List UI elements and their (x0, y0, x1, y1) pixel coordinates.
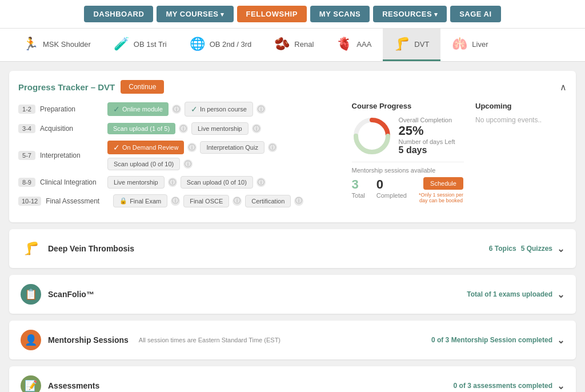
pill-live-mentorship[interactable]: Live mentorship (191, 122, 249, 135)
assessments-info: 0 of 3 assessments completed (454, 382, 552, 390)
check-icon-3: ✓ (113, 143, 120, 152)
pill-scan-upload-3[interactable]: Scan upload (0 of 10) (181, 176, 253, 189)
percentage-value: 25% (399, 123, 424, 138)
mentorship-label: Mentorship sessions available (352, 167, 464, 174)
course-tabs: 🏃 MSK Shoulder 🧪 OB 1st Tri 🌐 OB 2nd / 3… (0, 29, 585, 62)
dvt-topics: 6 Topics (489, 245, 516, 253)
info-icon-7[interactable]: ⓘ (183, 159, 193, 169)
info-icon-6[interactable]: ⓘ (268, 143, 277, 152)
step-row-8-9: 8-9 Clinical Integration Live mentorship… (18, 176, 340, 189)
total-label: Total (352, 192, 365, 199)
nav-dashboard[interactable]: DASHBOARD (84, 6, 153, 22)
upcoming-section: Upcoming No upcoming events.. (475, 102, 567, 213)
step-row-5-7: 5-7 Interpretation ✓On Demand Review ⓘ I… (18, 141, 340, 170)
assessments-chevron[interactable]: ⌄ (557, 381, 564, 391)
dvt-section-card[interactable]: 🦵 Deep Vein Thrombosis 6 Topics 5 Quizze… (9, 229, 576, 268)
assessments-icon: 📝 (21, 375, 41, 392)
lock-icon: 🔒 (119, 197, 127, 205)
tab-liver[interactable]: 🫁 Liver (440, 29, 499, 61)
pill-online-module[interactable]: ✓Online module (107, 102, 169, 116)
step-label: Final Assessment (46, 197, 109, 205)
session-note: *Only 1 session per day can be booked (418, 192, 464, 203)
assessments-section-card[interactable]: 📝 Assessments 0 of 3 assessments complet… (9, 366, 576, 392)
step-num: 3-4 (18, 124, 35, 133)
info-icon-2[interactable]: ⓘ (257, 105, 266, 114)
mentorship-chevron[interactable]: ⌄ (557, 335, 564, 346)
pill-scan-upload-2[interactable]: Scan upload (0 of 10) (107, 158, 180, 170)
days-left-label: Number of days Left (399, 138, 455, 145)
info-icon-10[interactable]: ⓘ (171, 197, 180, 206)
step-row-10-12: 10-12 Final Assessment 🔒 Final Exam ⓘ Fi… (18, 194, 340, 207)
tab-renal[interactable]: 🫘 Renal (263, 29, 325, 61)
info-icon-5[interactable]: ⓘ (187, 143, 197, 152)
dvt-icon: 🦵 (21, 238, 41, 259)
step-num: 5-7 (18, 151, 35, 160)
step-row-3-4: 3-4 Acquisition Scan upload (1 of 5) ⓘ L… (18, 122, 340, 135)
pill-final-exam[interactable]: 🔒 Final Exam (113, 194, 167, 207)
info-icon-4[interactable]: ⓘ (252, 124, 261, 133)
progress-steps: 1-2 Preparation ✓Online module ⓘ ✓In per… (18, 102, 340, 213)
info-icon-9[interactable]: ⓘ (257, 178, 266, 187)
no-events-text: No upcoming events.. (475, 116, 567, 124)
check-icon-2: ✓ (191, 105, 198, 114)
tab-msk-shoulder[interactable]: 🏃 MSK Shoulder (11, 29, 102, 61)
mentorship-icon: 👤 (21, 330, 41, 350)
step-label: Clinical Integration (40, 178, 103, 186)
mentorship-subtitle: All session times are Eastern Standard T… (139, 337, 281, 343)
mentorship-info: 0 of 3 Mentorship Session completed (431, 336, 552, 344)
step-num: 1-2 (18, 105, 35, 114)
step-num: 8-9 (18, 178, 35, 187)
overall-completion-label: Overall Completion (399, 117, 455, 123)
info-icon-1[interactable]: ⓘ (172, 105, 181, 114)
top-nav: DASHBOARD MY COURSES FELLOWSHIP MY SCANS… (0, 0, 585, 29)
step-label: Acquisition (40, 125, 103, 133)
continue-button[interactable]: Continue (121, 80, 164, 94)
step-row-1-2: 1-2 Preparation ✓Online module ⓘ ✓In per… (18, 102, 340, 117)
course-progress-title: Course Progress (352, 102, 464, 110)
pill-scan-upload[interactable]: Scan upload (1 of 5) (107, 123, 175, 134)
pill-certification[interactable]: Certification (245, 195, 291, 207)
pill-interp-quiz[interactable]: Interpretation Quiz (200, 141, 265, 154)
nav-fellowship[interactable]: FELLOWSHIP (237, 6, 307, 22)
scanfolio-title: ScanFolio™ (48, 290, 94, 299)
tab-aaa[interactable]: 🫀 AAA (325, 29, 383, 61)
mentorship-title: Mentorship Sessions (48, 335, 129, 345)
assessments-title: Assessments (48, 381, 99, 390)
scanfolio-chevron[interactable]: ⌄ (557, 289, 564, 300)
pill-in-person[interactable]: ✓In person course (185, 102, 253, 117)
course-progress-section: Course Progress Overall Completion 25% N… (352, 102, 464, 213)
info-icon-8[interactable]: ⓘ (168, 178, 177, 187)
pill-live-mentorship-2[interactable]: Live mentorship (107, 176, 165, 189)
pill-on-demand[interactable]: ✓On Demand Review (107, 141, 184, 154)
days-left-value: 5 days (399, 145, 455, 155)
dvt-chevron[interactable]: ⌄ (557, 243, 564, 254)
step-num: 10-12 (18, 197, 41, 206)
info-icon-3[interactable]: ⓘ (179, 124, 188, 133)
nav-resources[interactable]: RESOURCES (373, 6, 447, 22)
tab-ob-2nd-3rd[interactable]: 🌐 OB 2nd / 3rd (178, 29, 263, 61)
scanfolio-section-card[interactable]: 📋 ScanFolio™ Total of 1 exams uploaded ⌄ (9, 275, 576, 314)
pill-final-osce[interactable]: Final OSCE (183, 195, 229, 207)
scanfolio-info: Total of 1 exams uploaded (467, 290, 552, 298)
collapse-icon[interactable]: ∧ (560, 82, 567, 93)
dvt-title: Deep Vein Thrombosis (48, 244, 134, 253)
nav-my-courses[interactable]: MY COURSES (157, 6, 233, 22)
tab-ob-1st-tri[interactable]: 🧪 OB 1st Tri (102, 29, 178, 61)
upcoming-title: Upcoming (475, 102, 567, 110)
scanfolio-icon: 📋 (21, 284, 41, 305)
check-icon: ✓ (113, 105, 120, 114)
nav-sage-ai[interactable]: SAGE AI (450, 6, 500, 22)
total-value: 3 (352, 177, 365, 192)
info-icon-11[interactable]: ⓘ (233, 197, 242, 206)
dvt-quizzes: 5 Quizzes (521, 245, 552, 253)
progress-tracker-card: Progress Tracker – DVT Continue ∧ 1-2 Pr… (9, 71, 576, 222)
tab-dvt[interactable]: 🦵 DVT (383, 29, 440, 61)
main-content: Progress Tracker – DVT Continue ∧ 1-2 Pr… (0, 62, 585, 392)
step-label: Preparation (40, 105, 103, 113)
completed-value: 0 (376, 177, 407, 192)
progress-ring (352, 116, 392, 156)
info-icon-12[interactable]: ⓘ (294, 197, 303, 206)
mentorship-section-card[interactable]: 👤 Mentorship Sessions All session times … (9, 321, 576, 359)
nav-my-scans[interactable]: MY SCANS (310, 6, 370, 22)
schedule-button[interactable]: Schedule (423, 177, 463, 190)
